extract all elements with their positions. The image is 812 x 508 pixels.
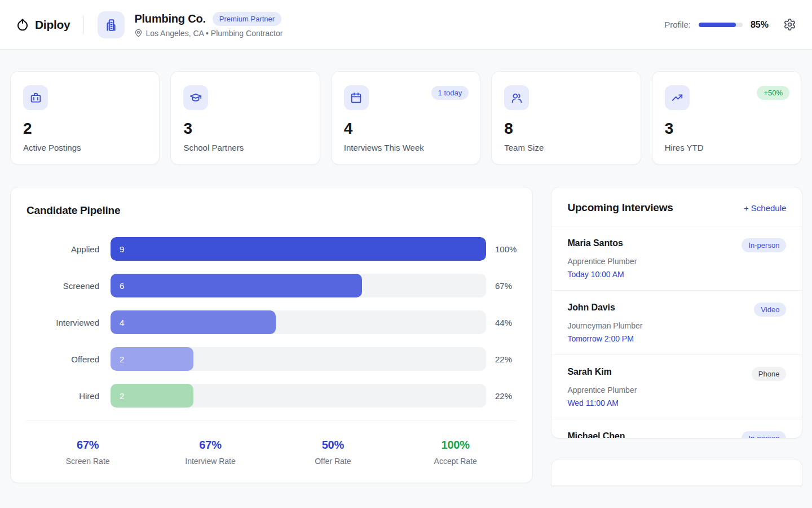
stage-track: 9 bbox=[111, 237, 486, 261]
stat-value: 2 bbox=[23, 121, 147, 137]
candidate-pipeline-panel: Candidate Pipeline Applied 9 100% Screen… bbox=[10, 187, 533, 483]
stage-percent: 44% bbox=[495, 318, 512, 327]
profile-progress-fill bbox=[699, 23, 736, 27]
profile-label: Profile: bbox=[664, 20, 691, 29]
stage-bar: 4 bbox=[111, 310, 276, 334]
stat-value: 3 bbox=[665, 121, 788, 137]
stat-label: Interviews This Week bbox=[344, 143, 467, 152]
rate-screen: 67% Screen Rate bbox=[27, 439, 149, 466]
pipeline-chart: Applied 9 100% Screened 6 67% Interviewe… bbox=[27, 237, 517, 408]
rate-value: 67% bbox=[149, 439, 271, 452]
interview-type-badge: Phone bbox=[752, 367, 787, 381]
brand-name: Diploy bbox=[35, 18, 70, 32]
interview-item-sarah-kim[interactable]: Sarah Kim Phone Apprentice Plumber Wed 1… bbox=[551, 355, 802, 419]
rate-value: 50% bbox=[272, 439, 394, 452]
interview-type-badge: In-person bbox=[742, 238, 786, 252]
interviews-title: Upcoming Interviews bbox=[567, 202, 673, 214]
stage-label: Hired bbox=[27, 391, 111, 401]
candidate-name: Michael Chen bbox=[567, 431, 625, 439]
next-panel-peek bbox=[551, 459, 802, 486]
stage-percent: 22% bbox=[495, 354, 512, 364]
trending-up-icon bbox=[665, 85, 690, 110]
interview-time: Tomorrow 2:00 PM bbox=[567, 334, 786, 343]
interview-type-badge: Video bbox=[754, 303, 786, 317]
graduation-cap-icon bbox=[183, 85, 208, 110]
stats-row: 2 Active Postings 3 School Partners bbox=[10, 71, 801, 165]
stage-bar: 2 bbox=[111, 347, 193, 371]
settings-button[interactable] bbox=[783, 18, 796, 31]
stage-percent: 67% bbox=[495, 281, 512, 291]
stat-value: 8 bbox=[504, 121, 628, 137]
stage-label: Interviewed bbox=[27, 318, 111, 327]
candidate-role: Apprentice Plumber bbox=[567, 386, 786, 395]
stat-label: Team Size bbox=[504, 143, 628, 152]
rate-accept: 100% Accept Rate bbox=[394, 439, 517, 466]
pipeline-divider bbox=[27, 421, 517, 421]
rate-label: Interview Rate bbox=[149, 457, 271, 466]
interview-item-john-davis[interactable]: John Davis Video Journeyman Plumber Tomo… bbox=[551, 291, 802, 355]
rate-label: Offer Rate bbox=[272, 457, 394, 466]
pipeline-rates: 67% Screen Rate 67% Interview Rate 50% O… bbox=[27, 439, 517, 466]
stat-card-school-partners: 3 School Partners bbox=[170, 71, 320, 165]
stage-bar: 2 bbox=[111, 384, 193, 408]
stat-value: 4 bbox=[344, 121, 467, 137]
stage-percent: 100% bbox=[495, 244, 517, 254]
calendar-icon bbox=[344, 85, 369, 110]
stat-card-interviews-week: 1 today 4 Interviews This Week bbox=[331, 71, 480, 165]
interview-item-maria-santos[interactable]: Maria Santos In-person Apprentice Plumbe… bbox=[551, 226, 802, 291]
stat-label: School Partners bbox=[183, 143, 307, 152]
stage-track: 4 bbox=[111, 310, 486, 334]
interview-type-badge: In-person bbox=[742, 431, 786, 439]
interview-item-michael-chen[interactable]: Michael Chen In-person Apprentice Plumbe… bbox=[551, 419, 802, 439]
candidate-name: Maria Santos bbox=[567, 238, 623, 248]
stat-label: Hires YTD bbox=[665, 143, 788, 152]
stat-label: Active Postings bbox=[23, 143, 147, 152]
stage-bar: 9 bbox=[111, 237, 486, 261]
upcoming-interviews-panel: Upcoming Interviews + Schedule Maria San… bbox=[551, 187, 802, 439]
rate-value: 100% bbox=[394, 439, 517, 452]
today-count-badge: 1 today bbox=[431, 86, 469, 100]
candidate-role: Journeyman Plumber bbox=[567, 321, 786, 330]
pipeline-stage-hired: Hired 2 22% bbox=[27, 384, 517, 408]
gear-icon bbox=[783, 18, 796, 31]
rate-interview: 67% Interview Rate bbox=[149, 439, 271, 466]
stage-track: 2 bbox=[111, 347, 486, 371]
top-header: Diploy Plumbin bbox=[0, 0, 812, 50]
users-icon bbox=[504, 85, 529, 110]
pipeline-stage-applied: Applied 9 100% bbox=[27, 237, 517, 261]
brand-logo[interactable]: Diploy bbox=[16, 18, 70, 32]
interview-time: Today 10:00 AM bbox=[567, 270, 786, 279]
candidate-role: Apprentice Plumber bbox=[567, 257, 786, 266]
profile-percent: 85% bbox=[751, 20, 769, 30]
stage-bar: 6 bbox=[111, 274, 362, 297]
interview-time: Wed 11:00 AM bbox=[567, 398, 786, 408]
pipeline-stage-interviewed: Interviewed 4 44% bbox=[27, 310, 517, 334]
diploy-logo-icon bbox=[16, 18, 29, 32]
premium-partner-badge: Premium Partner bbox=[213, 12, 281, 26]
rate-value: 67% bbox=[27, 439, 149, 452]
stage-percent: 22% bbox=[495, 391, 512, 401]
company-meta-text: Los Angeles, CA • Plumbing Contractor bbox=[145, 29, 283, 38]
rate-label: Screen Rate bbox=[27, 457, 149, 466]
schedule-button[interactable]: + Schedule bbox=[744, 203, 786, 213]
company-name: Plumbing Co. bbox=[134, 12, 205, 25]
building-icon bbox=[104, 17, 118, 32]
pipeline-stage-offered: Offered 2 22% bbox=[27, 347, 517, 371]
profile-progress-bar bbox=[699, 23, 743, 27]
stage-track: 6 bbox=[111, 274, 486, 297]
stage-label: Applied bbox=[27, 244, 111, 254]
candidate-name: Sarah Kim bbox=[567, 367, 611, 377]
growth-badge: +50% bbox=[757, 86, 789, 100]
pipeline-title: Candidate Pipeline bbox=[27, 204, 517, 217]
company-avatar bbox=[98, 11, 125, 38]
stat-card-active-postings: 2 Active Postings bbox=[10, 71, 160, 165]
stat-card-team-size: 8 Team Size bbox=[491, 71, 641, 165]
stage-label: Screened bbox=[27, 281, 111, 291]
briefcase-icon bbox=[23, 85, 48, 110]
stage-label: Offered bbox=[27, 354, 111, 364]
rate-label: Accept Rate bbox=[394, 457, 517, 466]
stat-card-hires-ytd: +50% 3 Hires YTD bbox=[652, 71, 801, 165]
candidate-name: John Davis bbox=[567, 303, 615, 313]
stat-value: 3 bbox=[183, 121, 307, 137]
map-pin-icon bbox=[134, 29, 143, 37]
